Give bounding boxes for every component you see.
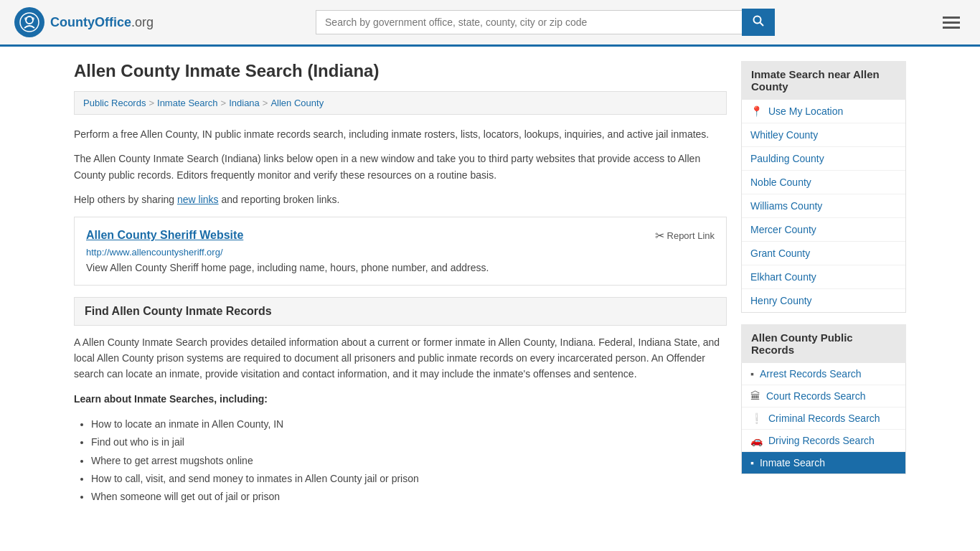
main-container: Allen County Inmate Search (Indiana) Pub… xyxy=(60,47,920,526)
williams-county-link[interactable]: Williams County xyxy=(750,200,822,212)
criminal-records-link[interactable]: Criminal Records Search xyxy=(768,413,880,424)
grant-county-link[interactable]: Grant County xyxy=(750,248,810,259)
sheriff-description: View Allen County Sheriff home page, inc… xyxy=(86,262,715,273)
driving-records-link[interactable]: Driving Records Search xyxy=(768,435,875,446)
bullet-2: Find out who is in jail xyxy=(91,433,727,451)
nearby-list: 📍 Use My Location Whitley County Pauldin… xyxy=(741,100,906,313)
new-links-link[interactable]: new links xyxy=(177,194,219,205)
nearby-county-5: Grant County xyxy=(742,242,905,265)
nearby-title: Inmate Search near Allen County xyxy=(741,61,906,100)
content-area: Allen County Inmate Search (Indiana) Pub… xyxy=(74,61,727,512)
bullet-3: Where to get arrest mugshots online xyxy=(91,452,727,470)
paulding-county-link[interactable]: Paulding County xyxy=(750,153,824,164)
arrest-records-link[interactable]: Arrest Records Search xyxy=(760,368,862,380)
mercer-county-link[interactable]: Mercer County xyxy=(750,224,816,235)
report-link-button[interactable]: ✂ Report Link xyxy=(655,229,715,242)
learn-label: Learn about Inmate Searches, including: xyxy=(74,391,727,407)
logo-area: CountyOffice.org xyxy=(14,7,154,37)
hamburger-menu-button[interactable] xyxy=(937,14,966,32)
breadcrumb-inmate-search[interactable]: Inmate Search xyxy=(157,98,218,108)
public-records-title: Allen County Public Records xyxy=(741,324,906,363)
sheriff-website-link[interactable]: Allen County Sheriff Website xyxy=(86,229,243,242)
menu-line-1 xyxy=(943,17,960,19)
nearby-county-7: Henry County xyxy=(742,289,905,312)
search-input[interactable] xyxy=(316,10,742,34)
inmate-search-link[interactable]: Inmate Search xyxy=(760,457,825,468)
intro-paragraph-2: The Allen County Inmate Search (Indiana)… xyxy=(74,151,727,183)
bullet-5: When someone will get out of jail or pri… xyxy=(91,488,727,506)
svg-line-5 xyxy=(760,23,764,27)
nearby-section: Inmate Search near Allen County 📍 Use My… xyxy=(741,61,906,313)
svg-point-4 xyxy=(754,17,761,24)
sidebar: Inmate Search near Allen County 📍 Use My… xyxy=(741,61,906,512)
use-my-location-item: 📍 Use My Location xyxy=(742,100,905,123)
public-records-section: Allen County Public Records ▪ Arrest Rec… xyxy=(741,324,906,474)
whitley-county-link[interactable]: Whitley County xyxy=(750,129,818,141)
inmate-search-icon: ▪ xyxy=(750,457,754,468)
find-records-section-header: Find Allen County Inmate Records xyxy=(74,297,727,326)
page-title: Allen County Inmate Search (Indiana) xyxy=(74,61,727,81)
logo-text: CountyOffice.org xyxy=(50,15,154,30)
sheriff-link-card: Allen County Sheriff Website ✂ Report Li… xyxy=(74,217,727,286)
report-icon: ✂ xyxy=(655,229,664,242)
location-icon: 📍 xyxy=(750,105,763,117)
bullet-4: How to call, visit, and send money to in… xyxy=(91,470,727,488)
svg-point-3 xyxy=(32,17,34,20)
driving-records-item: 🚗 Driving Records Search xyxy=(742,430,905,452)
breadcrumb-public-records[interactable]: Public Records xyxy=(83,98,146,108)
intro-paragraph-1: Perform a free Allen County, IN public i… xyxy=(74,126,727,142)
criminal-records-icon: ❕ xyxy=(750,413,763,424)
nearby-county-1: Paulding County xyxy=(742,147,905,171)
public-records-list: ▪ Arrest Records Search 🏛 Court Records … xyxy=(741,363,906,474)
menu-line-3 xyxy=(943,27,960,29)
menu-line-2 xyxy=(943,22,960,24)
noble-county-link[interactable]: Noble County xyxy=(750,176,811,188)
use-my-location-link[interactable]: Use My Location xyxy=(768,105,843,117)
arrest-records-icon: ▪ xyxy=(750,368,754,380)
nearby-county-4: Mercer County xyxy=(742,218,905,242)
intro-paragraph-3: Help others by sharing new links and rep… xyxy=(74,192,727,207)
elkhart-county-link[interactable]: Elkhart County xyxy=(750,271,816,283)
criminal-records-item: ❕ Criminal Records Search xyxy=(742,408,905,430)
court-records-icon: 🏛 xyxy=(750,390,760,402)
sheriff-url[interactable]: http://www.allencountysheriff.org/ xyxy=(86,247,715,258)
svg-point-2 xyxy=(24,17,27,20)
learn-bullets: How to locate an inmate in Allen County,… xyxy=(91,415,727,506)
svg-point-0 xyxy=(20,13,39,32)
site-header: CountyOffice.org xyxy=(0,0,980,47)
breadcrumb: Public Records > Inmate Search > Indiana… xyxy=(74,91,727,115)
nearby-county-0: Whitley County xyxy=(742,123,905,147)
nearby-county-2: Noble County xyxy=(742,171,905,194)
breadcrumb-indiana[interactable]: Indiana xyxy=(229,98,260,108)
arrest-records-item: ▪ Arrest Records Search xyxy=(742,363,905,385)
breadcrumb-allen-county[interactable]: Allen County xyxy=(270,98,324,108)
court-records-item: 🏛 Court Records Search xyxy=(742,385,905,408)
nearby-county-6: Elkhart County xyxy=(742,265,905,289)
bullet-1: How to locate an inmate in Allen County,… xyxy=(91,415,727,433)
henry-county-link[interactable]: Henry County xyxy=(750,295,812,306)
nearby-county-3: Williams County xyxy=(742,194,905,218)
search-area xyxy=(316,9,775,36)
court-records-link[interactable]: Court Records Search xyxy=(766,390,866,402)
inmate-search-item: ▪ Inmate Search xyxy=(742,452,905,474)
search-button[interactable] xyxy=(742,9,775,36)
logo-icon xyxy=(14,7,44,37)
driving-records-icon: 🚗 xyxy=(750,435,763,446)
find-records-body: A Allen County Inmate Search provides de… xyxy=(74,334,727,382)
